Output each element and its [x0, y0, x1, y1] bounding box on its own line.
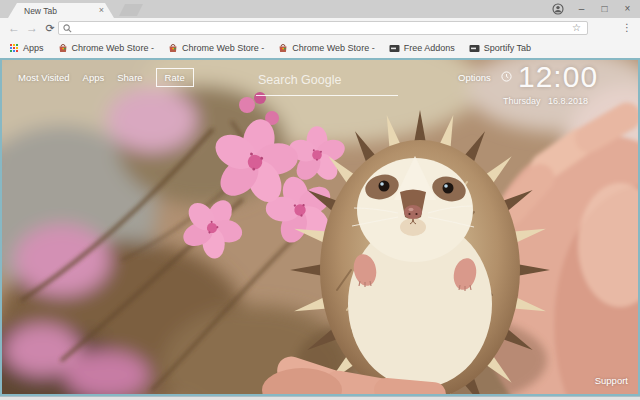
bookmark-sportify-tab[interactable]: Sportify Tab [469, 43, 531, 53]
browser-toolbar: ← → ⟳ ☆ ⋮ [0, 18, 640, 38]
newtab-search [256, 70, 398, 96]
bookmark-free-addons[interactable]: Free Addons [389, 43, 455, 53]
window-controls: – □ × [552, 0, 634, 18]
screenshot-bottom-strip [0, 396, 640, 400]
url-input[interactable] [76, 22, 572, 34]
google-search-input[interactable] [256, 73, 398, 96]
bookmark-label: Sportify Tab [484, 43, 531, 53]
nav-most-visited[interactable]: Most Visited [18, 72, 70, 83]
clock-icon [501, 71, 512, 82]
addon-window-icon [389, 44, 400, 53]
clock-date: Thursday 16.8.2018 [454, 96, 588, 106]
browser-menu-icon[interactable]: ⋮ [622, 18, 632, 38]
minimize-button[interactable]: – [575, 0, 588, 18]
clock-date-value: 16.8.2018 [548, 96, 588, 106]
new-tab-button[interactable] [119, 4, 143, 16]
bookmark-star-icon[interactable]: ☆ [572, 23, 581, 33]
webstore-icon [168, 43, 178, 53]
options-link[interactable]: Options [458, 72, 491, 83]
profile-avatar-icon[interactable] [552, 3, 565, 15]
back-icon[interactable]: ← [6, 18, 22, 38]
support-link[interactable]: Support [595, 375, 628, 386]
addon-window-icon [469, 44, 480, 53]
bookmark-label: Chrome Web Store - [292, 43, 374, 53]
reload-icon[interactable]: ⟳ [42, 18, 58, 38]
bookmark-apps[interactable]: Apps [10, 43, 44, 53]
webstore-icon [278, 43, 288, 53]
search-icon [63, 24, 72, 33]
bookmark-label: Chrome Web Store - [182, 43, 264, 53]
nav-share[interactable]: Share [117, 72, 142, 83]
apps-grid-icon [10, 44, 19, 53]
window-titlebar: New Tab × – □ × [0, 0, 640, 18]
forward-icon[interactable]: → [24, 18, 40, 38]
bookmark-chrome-web-store-1[interactable]: Chrome Web Store - [58, 43, 154, 53]
maximize-button[interactable]: □ [598, 0, 611, 18]
bookmark-chrome-web-store-2[interactable]: Chrome Web Store - [168, 43, 264, 53]
bookmarks-bar: Apps Chrome Web Store - Chrome Web Store… [0, 38, 640, 58]
tab-title: New Tab [24, 6, 99, 16]
newtab-wallpaper: Most Visited Apps Share Rate Options 12:… [0, 58, 640, 396]
clock-widget: Options 12:00 Thursday 16.8.2018 [454, 60, 590, 120]
webstore-icon [58, 43, 68, 53]
browser-tab[interactable]: New Tab × [8, 3, 114, 18]
nav-rate[interactable]: Rate [156, 68, 194, 87]
hedgehog-eye [443, 183, 454, 194]
clock-day: Thursday [503, 96, 541, 106]
close-button[interactable]: × [621, 0, 634, 18]
address-bar[interactable]: ☆ [58, 21, 588, 35]
hedgehog-nose [404, 205, 422, 219]
bookmark-chrome-web-store-3[interactable]: Chrome Web Store - [278, 43, 374, 53]
tab-close-icon[interactable]: × [99, 6, 104, 15]
newtab-nav: Most Visited Apps Share Rate [18, 68, 194, 87]
hedgehog-eye [379, 181, 390, 192]
bookmark-label: Free Addons [404, 43, 455, 53]
clock-time: 12:00 [518, 60, 598, 94]
nav-apps[interactable]: Apps [83, 72, 105, 83]
bookmark-label: Chrome Web Store - [72, 43, 154, 53]
bookmark-label: Apps [23, 43, 44, 53]
